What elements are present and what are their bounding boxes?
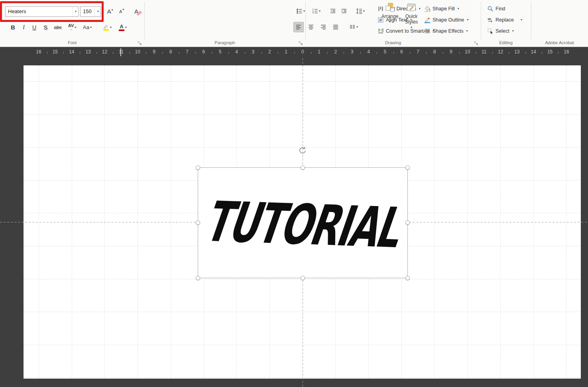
rotate-handle[interactable]	[298, 146, 307, 155]
ruler-number: 6	[400, 49, 403, 55]
drawing-dialog-launcher[interactable]	[474, 40, 479, 45]
replace-icon: ab	[487, 17, 494, 23]
shape-fill-icon	[424, 6, 431, 12]
font-name-combobox[interactable]: ▾	[5, 6, 79, 17]
ruler-number: 15	[547, 49, 553, 55]
ruler-number: 15	[53, 49, 58, 55]
ruler-number: 14	[69, 49, 74, 55]
caret-icon: ▾	[97, 10, 99, 13]
font-color-button[interactable]: A ▾	[116, 22, 130, 33]
strikethrough-button[interactable]: abc	[52, 22, 64, 33]
ruler-tick	[558, 52, 559, 54]
font-size-dropdown-icon[interactable]: ▾	[94, 7, 100, 16]
ruler-tick	[443, 52, 443, 54]
ruler-number: 10	[135, 49, 140, 55]
font-row-2: B I U S abc AV↔ ▾ Aa ▾ ▾ A ▾	[8, 22, 130, 33]
paragraph-group-label: Paragraph	[144, 40, 305, 45]
ruler-number: 1	[318, 49, 321, 55]
ruler-tick	[410, 52, 410, 54]
resize-handle-top-middle[interactable]	[301, 165, 305, 170]
caret-icon: ▾	[75, 10, 77, 13]
caret-icon: ▾	[411, 26, 412, 29]
ruler-tick	[96, 52, 97, 54]
resize-handle-bottom-left[interactable]	[196, 276, 200, 280]
font-row-1: ▾ ▾ A▴ A▾ A	[5, 6, 142, 17]
ruler-tick	[47, 52, 47, 54]
ruler-number: 16	[564, 49, 569, 55]
ruler-tick	[393, 52, 394, 54]
shape-effects-button[interactable]: Shape Effects ▾	[424, 26, 468, 36]
ruler-number: 4	[367, 49, 370, 55]
ruler-number: 9	[450, 49, 452, 55]
replace-button[interactable]: ab Replace ▾	[487, 14, 522, 25]
find-button[interactable]: Find	[487, 3, 522, 14]
change-case-button[interactable]: Aa ▾	[81, 22, 94, 33]
font-name-dropdown-icon[interactable]: ▾	[72, 7, 78, 16]
font-name-input[interactable]	[6, 7, 72, 16]
resize-handle-bottom-middle[interactable]	[301, 276, 305, 280]
grid-line	[24, 377, 581, 378]
acrobat-group-label: Adobe Acrobat	[531, 40, 588, 45]
caret-icon: ▾	[467, 18, 468, 22]
ruler-tick	[195, 52, 196, 54]
font-size-combobox[interactable]: ▾	[80, 6, 101, 17]
ruler-tick	[212, 52, 212, 54]
caret-icon: ▾	[389, 20, 391, 24]
ribbon-group-drawing: ▴ ▾ ▾ Arrange ▾ Quick Styles ▾ Shape Fil…	[305, 0, 481, 46]
resize-handle-middle-left[interactable]	[196, 220, 200, 225]
shape-fill-button[interactable]: Shape Fill ▾	[424, 3, 468, 14]
arrange-button[interactable]: Arrange ▾	[380, 2, 400, 24]
italic-button[interactable]: I	[19, 22, 28, 33]
caret-icon: ▾	[110, 26, 112, 29]
find-icon	[487, 6, 494, 12]
shape-outline-button[interactable]: Shape Outline ▾	[424, 14, 468, 25]
select-button[interactable]: Select ▾	[487, 26, 522, 36]
shape-outline-icon	[424, 17, 431, 23]
drawing-column: Shape Fill ▾ Shape Outline ▾ Shape Effec…	[424, 3, 468, 36]
decrease-font-size-button[interactable]: A▾	[117, 6, 126, 17]
ruler-number: 13	[514, 49, 519, 55]
clear-formatting-button[interactable]: A	[130, 6, 142, 17]
ruler-tick	[459, 52, 460, 54]
ruler-number: 4	[235, 49, 238, 55]
font-size-input[interactable]	[81, 7, 94, 16]
text-highlight-color-button[interactable]: ▾	[100, 22, 114, 33]
ruler-indent-marker[interactable]	[120, 48, 121, 56]
paragraph-dialog-launcher[interactable]	[299, 40, 303, 45]
caret-icon: ▾	[125, 26, 127, 29]
resize-handle-middle-right[interactable]	[405, 220, 410, 225]
ruler-tick	[509, 52, 509, 54]
text-shadow-button[interactable]: S	[40, 22, 51, 33]
horizontal-ruler: 1615141312111098765432101234567891011121…	[0, 47, 588, 58]
caret-icon: ▾	[458, 7, 459, 10]
caret-icon: ▾	[303, 10, 305, 13]
font-dialog-launcher[interactable]	[138, 40, 142, 45]
ruler-number: 16	[36, 49, 41, 55]
drawing-group-label: Drawing	[305, 40, 481, 45]
ribbon-group-editing: Find ab Replace ▾ Select ▾ Editing	[481, 0, 531, 46]
resize-handle-top-right[interactable]	[405, 165, 410, 170]
ruler-tick	[294, 52, 295, 54]
ruler-tick	[228, 52, 229, 54]
caret-icon: ▾	[75, 26, 76, 29]
resize-handle-top-left[interactable]	[196, 165, 200, 170]
resize-handle-bottom-right[interactable]	[405, 276, 410, 280]
shape-effects-icon	[424, 28, 431, 34]
ruler-tick	[426, 52, 427, 54]
ruler-tick	[311, 52, 311, 54]
ruler-tick	[327, 52, 328, 54]
bold-button[interactable]: B	[8, 22, 18, 33]
ruler-number: 3	[252, 49, 255, 55]
quick-styles-button[interactable]: Quick Styles ▾	[401, 2, 422, 29]
character-spacing-button[interactable]: AV↔ ▾	[65, 22, 79, 33]
increase-font-size-button[interactable]: A▴	[105, 6, 115, 17]
ruler-tick	[162, 52, 163, 54]
ruler-tick	[80, 52, 80, 54]
spacing-arrows-icon: ↔	[69, 28, 73, 31]
ruler-number: 3	[351, 49, 354, 55]
textbox-text[interactable]: TUTORIAL	[201, 189, 404, 260]
underline-button[interactable]: U	[29, 22, 39, 33]
ruler-tick	[278, 52, 278, 54]
align-left-button[interactable]	[293, 22, 304, 32]
selected-textbox[interactable]: TUTORIAL	[198, 167, 408, 278]
